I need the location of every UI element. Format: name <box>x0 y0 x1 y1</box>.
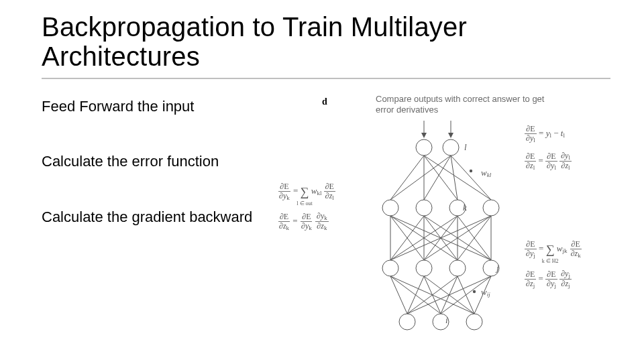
step-1: Feed Forward the input <box>42 98 310 115</box>
svg-marker-3 <box>448 133 453 138</box>
svg-line-44 <box>407 276 424 314</box>
svg-point-14 <box>399 314 415 330</box>
slide: Backpropagation to Train Multilayer Arch… <box>0 0 644 362</box>
eq-yj: ∂E∂yj = ∑k ∈ H2 wjk ∂E∂zk <box>525 240 582 259</box>
svg-point-6 <box>382 200 398 216</box>
svg-line-47 <box>407 276 458 314</box>
panel-label: d <box>322 97 327 107</box>
svg-line-22 <box>424 156 451 200</box>
label-wij-sub: ij <box>487 291 490 298</box>
svg-point-11 <box>416 260 432 276</box>
svg-point-5 <box>443 139 459 156</box>
label-j: j <box>496 263 499 274</box>
label-wkl: wkl <box>481 168 491 178</box>
eq-zl: ∂E∂zl = ∂E∂yl ∂yl∂zl <box>525 152 572 172</box>
slide-title: Backpropagation to Train Multilayer Arch… <box>42 12 610 71</box>
eq-yk: ∂E∂yk = ∑l ∈ out wkl ∂E∂zl <box>278 182 335 201</box>
svg-point-4 <box>416 139 432 156</box>
step-2: Calculate the error function <box>42 153 310 170</box>
svg-point-12 <box>449 260 466 276</box>
eq-zj: ∂E∂zj = ∂E∂yj ∂yj∂zj <box>525 269 572 290</box>
label-k: k <box>463 202 467 213</box>
svg-point-16 <box>466 314 482 330</box>
svg-point-53 <box>470 170 472 172</box>
figure-caption: Compare outputs with correct answer to g… <box>376 94 550 116</box>
label-wij: wij <box>481 287 490 298</box>
svg-point-10 <box>382 260 398 276</box>
svg-line-41 <box>390 276 407 314</box>
svg-line-19 <box>424 156 458 200</box>
svg-line-21 <box>390 156 451 200</box>
eq-out: ∂E∂yl = yl − tl <box>525 125 565 143</box>
label-i: i <box>445 315 448 326</box>
network-svg <box>350 121 525 349</box>
svg-point-7 <box>416 200 432 216</box>
svg-marker-1 <box>421 133 427 138</box>
label-l: l <box>464 142 467 153</box>
slide-body: Feed Forward the input Calculate the err… <box>42 94 610 226</box>
label-wkl-var: w <box>481 168 487 178</box>
title-rule <box>42 78 610 79</box>
svg-line-50 <box>407 276 491 314</box>
svg-point-54 <box>473 290 476 293</box>
step-3: Calculate the gradient backward <box>42 208 310 226</box>
steps-list: Feed Forward the input Calculate the err… <box>42 94 310 226</box>
label-wij-var: w <box>481 287 487 297</box>
label-wkl-sub: kl <box>487 172 492 178</box>
eq-zk: ∂E∂zk = ∂E∂yk ∂yk∂zk <box>278 212 329 232</box>
svg-line-17 <box>390 156 424 200</box>
svg-point-9 <box>483 200 499 216</box>
backprop-figure: d Compare outputs with correct answer to… <box>310 94 610 226</box>
